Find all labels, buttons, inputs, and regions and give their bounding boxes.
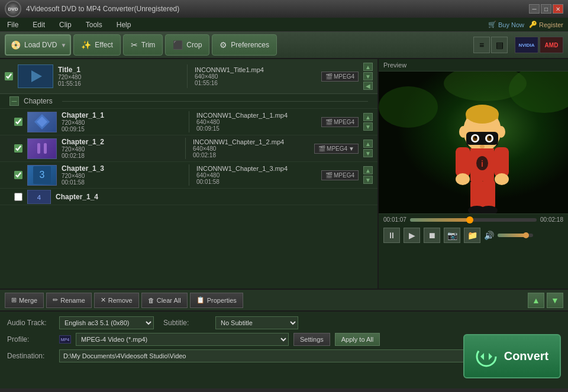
menu-edit[interactable]: Edit [30,20,47,30]
minimize-button[interactable]: ─ [529,4,540,14]
menu-help[interactable]: Help [114,20,134,30]
svg-marker-46 [480,353,484,360]
chapter-4-checkbox[interactable] [14,193,22,201]
title-format-badge[interactable]: 🎬 MPEG4 [321,72,359,82]
merge-button[interactable]: ⊞ Merge [5,293,44,308]
list-view-button[interactable]: ≡ [473,37,490,53]
chapter-row-2: Chapter_1_2 720×480 00:02:18 INCONNW1_Ch… [0,135,377,162]
menu-file[interactable]: File [5,20,21,30]
svg-point-38 [456,173,470,185]
ch2-up[interactable]: ▲ [363,140,373,148]
chapter-2-actions: ▲ ▼ [363,140,373,157]
chapter-1-resolution: 720×480 [62,119,182,126]
clear-all-button[interactable]: 🗑 Clear All [141,293,188,308]
ch1-down[interactable]: ▼ [363,122,373,131]
buy-now-link[interactable]: 🛒 Buy Now [488,21,524,28]
chapter-2-info: Chapter_1_2 720×480 00:02:18 [62,138,178,159]
move-up-button[interactable]: ▲ [528,293,544,308]
profile-label: Profile: [7,335,54,344]
close-button[interactable]: ✕ [553,4,563,14]
screenshot-button[interactable]: 📷 [444,228,460,243]
chapter-1-format[interactable]: 🎬 MPEG4 [321,117,359,127]
menu-items: File Edit Clip Tools Help [5,20,133,30]
menu-tools[interactable]: Tools [83,20,105,30]
title-collapse[interactable]: ◀ [363,82,373,90]
chapter-3-format[interactable]: 🎬 MPEG4 [321,170,359,180]
chapter-1-checkbox[interactable] [14,118,22,126]
play-button[interactable]: ▶ [404,228,420,243]
svg-rect-41 [482,180,495,209]
chapter-2-format[interactable]: 🎬 MPEG4 ▼ [314,144,359,154]
chapters-label: Chapters [24,97,53,105]
subtitle-label: Subtitle: [163,319,211,327]
ch2-down[interactable]: ▼ [363,149,373,157]
crop-button[interactable]: ⬛ Crop [165,34,209,56]
amd-badge: AMD [540,37,563,53]
audio-track-select[interactable]: English ac3 5.1 (0x80) [59,316,154,329]
time-slider-thumb [466,216,473,223]
chapter-2-checkbox[interactable] [14,144,22,153]
grid-view-button[interactable]: ▤ [491,37,508,53]
folder-button[interactable]: 📁 [464,228,480,243]
merge-icon: ⊞ [11,296,17,304]
gpu-badges: NVIDIA AMD [515,37,563,53]
title-checkbox[interactable] [5,72,13,80]
remove-button[interactable]: ✕ Remove [94,293,139,308]
ch3-up[interactable]: ▲ [363,166,373,174]
menu-right: 🛒 Buy Now 🔑 Register [488,21,563,28]
profile-select[interactable]: MPEG-4 Video (*.mp4) [76,333,289,346]
time-slider[interactable] [410,218,537,222]
ch1-up[interactable]: ▲ [363,113,373,121]
chapter-1-output-name: INCONNW1_Chapter_1_1.mp4 [196,112,317,119]
effect-icon: ✨ [81,40,91,50]
menu-clip[interactable]: Clip [57,20,74,30]
clear-icon: 🗑 [148,297,154,304]
pause-button[interactable]: ⏸ [383,228,400,243]
rename-icon: ✏ [53,296,58,304]
title-thumbnail [18,64,53,88]
chapter-row-4: 4 Chapter_1_4 [0,189,377,205]
load-dvd-button[interactable]: 📀 Load DVD ▼ [5,34,71,56]
key-icon: 🔑 [529,21,537,28]
preferences-button[interactable]: ⚙ Preferences [212,34,277,56]
destination-input[interactable] [59,349,467,362]
convert-icon [476,346,497,367]
effect-button[interactable]: ✨ Effect [73,34,120,56]
title-expand-up[interactable]: ▲ [363,63,373,71]
apply-to-all-button[interactable]: Apply to All [335,333,380,346]
stop-button[interactable]: ⏹ [424,228,440,243]
ch3-down[interactable]: ▼ [363,176,373,184]
register-link[interactable]: 🔑 Register [529,21,563,28]
view-buttons: ≡ ▤ [473,37,508,53]
chapters-row: ─ Chapters [0,94,377,109]
convert-button[interactable]: Convert [463,334,561,378]
chapters-expand-button[interactable]: ─ [9,96,19,106]
rename-button[interactable]: ✏ Rename [46,293,92,308]
window-controls: ─ □ ✕ [529,4,563,14]
chapter-4-thumbnail: 4 [27,190,51,204]
subtitle-select[interactable]: No Subtitle [215,316,298,329]
settings-button[interactable]: Settings [293,333,330,346]
trim-button[interactable]: ✂ Trim [123,34,163,56]
title-row: Title_1 720×480 01:55:16 INCONNW1_Title1… [0,59,377,94]
destination-label: Destination: [7,352,54,360]
title-file-info: Title_1 720×480 01:55:16 [58,66,180,87]
audio-subtitle-row: Audio Track: English ac3 5.1 (0x80) Subt… [7,316,561,329]
time-slider-row: 00:01:07 00:02:18 [383,216,563,223]
svg-marker-45 [489,353,492,360]
chapter-3-checkbox[interactable] [14,171,22,179]
audio-track-label: Audio Track: [7,319,54,327]
title-resolution: 720×480 [58,74,180,80]
properties-button[interactable]: 📋 Properties [190,293,243,308]
restore-button[interactable]: □ [541,4,551,14]
chapter-1-actions: ▲ ▼ [363,113,373,131]
title-expand-down[interactable]: ▼ [363,72,373,80]
preview-video: i [379,72,568,213]
chapter-2-output-info: INCONNW1_Chapter_1_2.mp4 640×480 00:02:1… [193,138,309,158]
preview-controls: 00:01:07 00:02:18 ⏸ ▶ ⏹ 📷 📁 🔊 [379,213,568,248]
chapter-1-output-info: INCONNW1_Chapter_1_1.mp4 640×480 00:09:1… [196,112,317,132]
move-down-button[interactable]: ▼ [547,293,563,308]
chapter-2-name: Chapter_1_2 [62,138,178,146]
title-row-actions: ▲ ▼ ◀ [363,63,373,90]
volume-slider[interactable] [498,234,533,237]
